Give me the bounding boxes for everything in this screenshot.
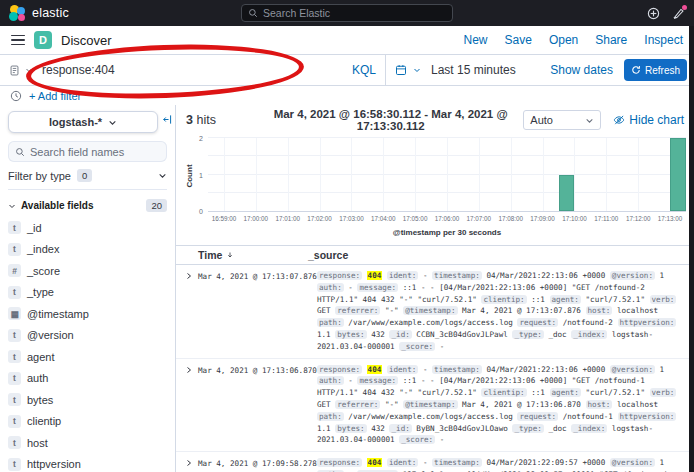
add-filter-button[interactable]: + Add filter bbox=[29, 90, 81, 102]
field-item-_index[interactable]: t_index bbox=[8, 239, 167, 261]
field-badge: _score: bbox=[399, 342, 435, 351]
chevron-down-icon[interactable] bbox=[25, 66, 33, 74]
refresh-label: Refresh bbox=[645, 65, 680, 76]
field-item-clientip[interactable]: tclientip bbox=[8, 411, 167, 433]
x-gridline bbox=[479, 138, 480, 211]
field-item-host[interactable]: thost bbox=[8, 432, 167, 454]
field-badge: message: bbox=[357, 283, 398, 292]
y-axis-label: Count bbox=[185, 164, 194, 187]
interval-select[interactable]: Auto bbox=[523, 110, 601, 130]
field-badge: verb: bbox=[650, 295, 677, 304]
time-range-label[interactable]: Last 15 minutes bbox=[431, 63, 516, 77]
field-badge: @version: bbox=[610, 458, 655, 467]
query-language-button[interactable]: KQL bbox=[352, 63, 376, 77]
filter-by-type-toggle[interactable]: Filter by type 0 bbox=[8, 169, 167, 190]
field-badge: response: bbox=[317, 365, 362, 374]
field-name: httpversion bbox=[27, 458, 81, 470]
field-type-icon: # bbox=[8, 264, 21, 277]
show-dates-button[interactable]: Show dates bbox=[550, 63, 613, 77]
action-save[interactable]: Save bbox=[505, 33, 532, 47]
query-text[interactable]: response:404 bbox=[38, 63, 347, 77]
action-inspect[interactable]: Inspect bbox=[644, 33, 683, 47]
field-search-box[interactable] bbox=[8, 141, 167, 162]
global-search-input[interactable] bbox=[263, 7, 446, 19]
notification-dot bbox=[682, 5, 687, 10]
field-name: _score bbox=[27, 265, 60, 277]
field-item-_score[interactable]: #_score bbox=[8, 260, 167, 282]
field-type-icon: t bbox=[8, 415, 21, 428]
field-badge: @timestamp: bbox=[403, 306, 457, 315]
elastic-logo-icon[interactable] bbox=[9, 5, 26, 22]
collapse-sidebar-icon[interactable] bbox=[162, 114, 173, 125]
x-tick-label: 17:08:00 bbox=[498, 215, 523, 222]
field-item-_type[interactable]: t_type bbox=[8, 282, 167, 304]
index-pattern-selector[interactable]: logstash-* bbox=[8, 111, 158, 133]
table-header: Time _source bbox=[176, 245, 694, 265]
window-edge-scrollbar[interactable] bbox=[689, 26, 694, 472]
menu-hamburger-icon[interactable] bbox=[11, 35, 25, 46]
field-badge: referrer: bbox=[335, 400, 380, 409]
calendar-icon[interactable] bbox=[395, 64, 407, 76]
hits-number: 3 bbox=[186, 113, 193, 127]
action-open[interactable]: Open bbox=[549, 33, 578, 47]
field-name: clientip bbox=[27, 415, 61, 427]
field-value: "-" bbox=[385, 306, 399, 315]
field-value: GET bbox=[317, 306, 331, 315]
query-input[interactable]: response:404 KQL bbox=[0, 55, 386, 85]
page-title: Discover bbox=[61, 33, 112, 48]
x-gridline bbox=[511, 138, 512, 211]
refresh-button[interactable]: Refresh bbox=[624, 59, 687, 81]
filter-options-clock-icon[interactable] bbox=[10, 90, 22, 102]
search-icon bbox=[248, 8, 258, 18]
time-range-display: Mar 4, 2021 @ 16:58:30.112 - Mar 4, 2021… bbox=[266, 108, 515, 132]
field-item-_id[interactable]: t_id bbox=[8, 217, 167, 239]
app-navbar: D Discover NewSaveOpenShareInspect bbox=[0, 26, 694, 55]
field-item-auth[interactable]: tauth bbox=[8, 368, 167, 390]
discover-app-badge[interactable]: D bbox=[34, 31, 52, 49]
field-value: 1 bbox=[660, 271, 665, 280]
field-badge: @version: bbox=[610, 365, 655, 374]
field-item-timestamp[interactable]: ▦@timestamp bbox=[8, 303, 167, 325]
source-cell: response: 404 ident: - timestamp: 04/Mar… bbox=[317, 270, 690, 353]
field-value: 1 bbox=[660, 458, 665, 467]
time-column-header[interactable]: Time bbox=[198, 249, 308, 261]
histogram-bar[interactable] bbox=[670, 138, 686, 211]
field-badge: request: bbox=[517, 412, 558, 421]
newsfeed-icon[interactable] bbox=[672, 7, 685, 20]
histogram-bar[interactable] bbox=[559, 175, 575, 212]
field-badge: auth: bbox=[317, 283, 344, 292]
chevron-down-icon bbox=[158, 171, 167, 180]
hide-chart-button[interactable]: Hide chart bbox=[613, 113, 684, 127]
field-badge: ident: bbox=[387, 458, 418, 467]
global-search-bar[interactable] bbox=[241, 4, 453, 22]
field-item-version[interactable]: t@version bbox=[8, 325, 167, 347]
chart-plot: 01216:59:0017:00:0017:01:0017:02:0017:03… bbox=[208, 138, 686, 212]
chevron-down-icon bbox=[108, 118, 117, 127]
field-value: 1 bbox=[660, 365, 665, 374]
x-gridline bbox=[256, 138, 257, 211]
table-row: Mar 4, 2021 @ 17:09:58.278response: 404 … bbox=[176, 452, 694, 472]
field-value: - bbox=[423, 271, 428, 280]
field-badge: timestamp: bbox=[432, 365, 482, 374]
saved-query-menu-icon[interactable] bbox=[9, 65, 20, 76]
y-tick-label: 2 bbox=[199, 135, 203, 142]
field-value: 1.1 bbox=[317, 330, 331, 339]
field-item-httpversion[interactable]: thttpversion bbox=[8, 454, 167, 472]
field-item-agent[interactable]: tagent bbox=[8, 346, 167, 368]
field-item-bytes[interactable]: tbytes bbox=[8, 389, 167, 411]
x-tick-label: 17:00:00 bbox=[244, 215, 269, 222]
action-share[interactable]: Share bbox=[595, 33, 627, 47]
expand-row-chevron-icon[interactable] bbox=[180, 270, 198, 353]
expand-row-chevron-icon[interactable] bbox=[180, 364, 198, 447]
x-tick-label: 17:11:00 bbox=[594, 215, 618, 222]
field-search-input[interactable] bbox=[30, 146, 160, 158]
action-new[interactable]: New bbox=[464, 33, 488, 47]
field-badge: httpversion: bbox=[618, 412, 677, 421]
help-icon[interactable] bbox=[647, 7, 660, 20]
x-tick-label: 17:04:00 bbox=[371, 215, 396, 222]
expand-row-chevron-icon[interactable] bbox=[180, 457, 198, 472]
available-fields-header[interactable]: Available fields 20 bbox=[0, 190, 175, 217]
table-row: Mar 4, 2021 @ 17:13:07.876response: 404 … bbox=[176, 265, 694, 359]
chevron-down-icon[interactable] bbox=[413, 66, 421, 74]
available-fields-count: 20 bbox=[146, 199, 167, 212]
